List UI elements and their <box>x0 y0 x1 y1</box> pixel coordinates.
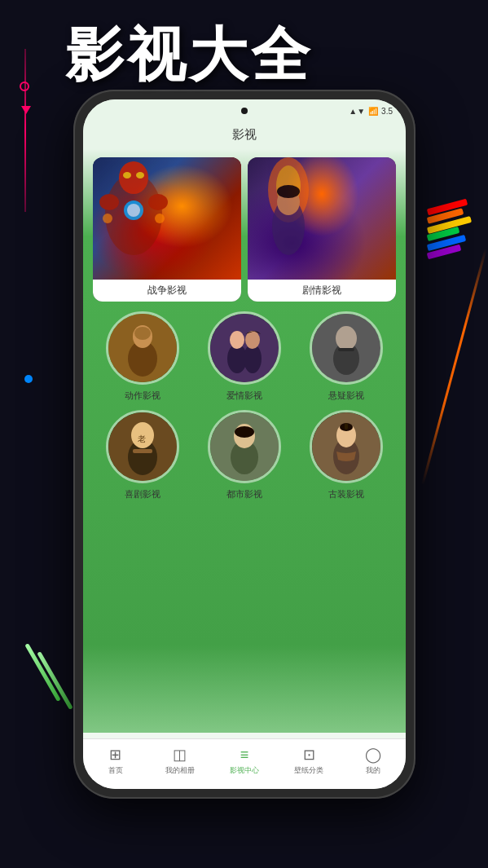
ancient-label: 古装影视 <box>328 488 364 500</box>
svg-point-26 <box>336 326 357 350</box>
drama-movies-card[interactable]: 剧情影视 <box>248 157 396 302</box>
video-center-label: 影视中心 <box>230 765 259 776</box>
war-movies-card[interactable]: 战争影视 <box>93 157 241 302</box>
ironman-figure <box>93 157 241 280</box>
app-header: 影视 <box>83 122 406 149</box>
svg-rect-27 <box>338 348 354 351</box>
comedy-label: 喜剧影视 <box>125 488 160 500</box>
ancient-circle <box>310 410 383 483</box>
svg-point-8 <box>103 214 112 223</box>
city-circle <box>208 410 281 483</box>
city-label: 都市影视 <box>226 488 262 500</box>
svg-point-18 <box>134 327 151 340</box>
aladdin-figure <box>248 157 396 280</box>
signal-icon: ▲▼ <box>349 107 365 116</box>
wallpaper-label: 壁纸分类 <box>294 765 323 776</box>
wallpaper-icon: ⊡ <box>303 746 315 764</box>
deco-line-left <box>24 49 26 212</box>
nav-album[interactable]: ◫ 我的相册 <box>147 746 212 776</box>
bottom-nav: ⊞ 首页 ◫ 我的相册 ≡ 影视中心 ⊡ 壁纸分类 ◯ 我的 <box>83 738 406 789</box>
svg-point-2 <box>127 204 140 217</box>
wifi-icon: 📶 <box>368 107 378 116</box>
romance-circle <box>208 311 281 385</box>
category-romance[interactable]: 爱情影视 <box>198 311 292 402</box>
comedy-image: 老 <box>108 412 177 481</box>
city-image <box>210 412 279 481</box>
drama-card-label: 剧情影视 <box>248 280 396 302</box>
deco-color-stripes <box>427 204 472 255</box>
app-title: 影视 <box>232 127 257 141</box>
war-card-image <box>93 157 241 280</box>
action-image <box>108 314 177 382</box>
suspense-image <box>312 314 380 382</box>
svg-point-7 <box>148 194 168 210</box>
war-card-label: 战争影视 <box>93 280 241 302</box>
svg-point-36 <box>235 426 254 438</box>
home-icon: ⊞ <box>109 746 121 764</box>
svg-point-5 <box>136 172 144 178</box>
romance-label: 爱情影视 <box>226 390 262 402</box>
comedy-circle: 老 <box>106 410 179 483</box>
category-city[interactable]: 都市影视 <box>198 410 292 500</box>
status-icons: ▲▼ 📶 3.5 <box>349 107 393 116</box>
deco-triangle <box>21 106 31 114</box>
home-label: 首页 <box>108 765 123 776</box>
deco-dot-left <box>24 375 33 383</box>
front-camera <box>241 108 248 114</box>
nav-video-center[interactable]: ≡ 影视中心 <box>212 747 276 776</box>
svg-point-3 <box>119 161 148 194</box>
action-circle <box>106 311 179 385</box>
category-grid: 动作影视 <box>93 311 396 500</box>
category-comedy[interactable]: 老 喜剧影视 <box>96 410 190 500</box>
svg-point-9 <box>155 214 165 223</box>
mine-icon: ◯ <box>365 746 381 764</box>
nav-home[interactable]: ⊞ 首页 <box>83 746 147 776</box>
album-icon: ◫ <box>173 746 187 764</box>
svg-rect-41 <box>345 423 348 430</box>
battery-text: 3.5 <box>381 107 393 116</box>
svg-point-6 <box>99 194 119 210</box>
phone-mockup: ▲▼ 📶 3.5 影视 <box>73 90 415 799</box>
video-center-icon: ≡ <box>240 747 249 764</box>
suspense-label: 悬疑影视 <box>328 390 364 402</box>
album-label: 我的相册 <box>165 765 195 776</box>
deco-circle-left <box>20 82 29 91</box>
war-label-text: 战争影视 <box>147 284 187 296</box>
drama-card-image <box>248 157 396 280</box>
svg-rect-31 <box>133 449 152 453</box>
category-suspense[interactable]: 悬疑影视 <box>299 311 393 402</box>
svg-point-4 <box>123 172 131 178</box>
mine-label: 我的 <box>366 765 380 776</box>
svg-point-23 <box>245 331 260 349</box>
featured-row: 战争影视 <box>93 157 396 302</box>
svg-point-19 <box>210 314 279 382</box>
svg-text:老: 老 <box>138 434 146 443</box>
category-action[interactable]: 动作影视 <box>96 311 190 402</box>
action-label: 动作影视 <box>125 390 160 402</box>
nav-wallpaper[interactable]: ⊡ 壁纸分类 <box>277 746 341 776</box>
phone-screen: ▲▼ 📶 3.5 影视 <box>83 99 406 789</box>
suspense-circle <box>310 311 383 385</box>
main-title: 影视大全 <box>65 16 313 95</box>
content-area: 战争影视 <box>83 149 406 733</box>
category-ancient[interactable]: 古装影视 <box>299 410 393 500</box>
svg-point-14 <box>277 185 300 198</box>
romance-image <box>210 314 279 382</box>
ancient-image <box>312 412 380 481</box>
nav-mine[interactable]: ◯ 我的 <box>341 746 406 776</box>
drama-label-text: 剧情影视 <box>302 284 341 296</box>
svg-point-21 <box>230 331 244 349</box>
